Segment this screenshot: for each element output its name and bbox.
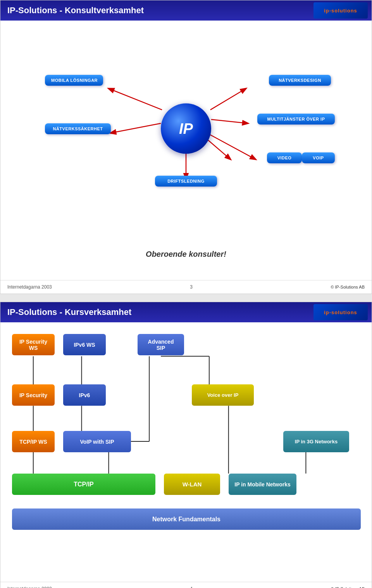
pill-natverks: Nätverksdesign xyxy=(269,75,331,86)
svg-line-1 xyxy=(110,123,161,133)
slide1-logo-text: ip-solutions xyxy=(324,8,357,14)
slide1-footer-center: 3 xyxy=(190,284,193,290)
ip-label: IP xyxy=(179,120,193,137)
svg-line-5 xyxy=(203,131,256,159)
slide1-footer: Internetdagarna 2003 3 © IP-Solutions AB xyxy=(0,280,372,294)
slide2-header: IP-Solutions - Kursverksamhet ip-solutio… xyxy=(0,302,372,322)
box-tcp-ip: TCP/IP xyxy=(12,474,155,495)
svg-line-0 xyxy=(108,88,162,110)
slide1-logo: ip-solutions xyxy=(313,2,368,19)
slide1-footer-left: Internetdagarna 2003 xyxy=(7,284,52,290)
course-diagram: IP Security WS IPv6 WS Advanced SIP IP S… xyxy=(0,322,372,578)
slide2-title: IP-Solutions - Kursverksamhet xyxy=(7,307,131,317)
slide1-tagline: Oberoende konsulter! xyxy=(0,250,372,259)
slide2-logo: ip-solutions xyxy=(313,304,368,320)
slide-gap xyxy=(0,294,372,302)
svg-line-3 xyxy=(211,119,248,123)
box-tcp-ip-ws: TCP/IP WS xyxy=(12,431,55,452)
box-voip-with-sip: VoIP with SIP xyxy=(63,431,131,452)
slide-2: IP-Solutions - Kursverksamhet ip-solutio… xyxy=(0,302,372,588)
slide1-title: IP-Solutions - Konsultverksamhet xyxy=(7,5,144,16)
second-row: IP Security IPv6 Voice over IP xyxy=(12,384,254,406)
pill-multi: Multitjänster över IP xyxy=(257,114,335,125)
box-ip-in-3g: IP in 3G Networks xyxy=(283,431,349,452)
box-advanced-sip: Advanced SIP xyxy=(138,334,184,355)
third-row: TCP/IP WS VoIP with SIP IP in 3G Network… xyxy=(12,431,131,452)
pill-natverk: Nätverkssäkerhet xyxy=(45,123,111,134)
pill-drift: Driftsledning xyxy=(155,176,217,187)
slide1-footer-right: © IP-Solutions AB xyxy=(331,285,365,289)
box-voice-over-ip: Voice over IP xyxy=(192,384,254,406)
box-ip-security-ws: IP Security WS xyxy=(12,334,55,355)
pill-video: Video xyxy=(267,152,302,163)
box-network-fundamentals: Network Fundamentals xyxy=(12,508,361,530)
slide-1: IP-Solutions - Konsultverksamhet ip-solu… xyxy=(0,0,372,294)
slide1-header: IP-Solutions - Konsultverksamhet ip-solu… xyxy=(0,0,372,21)
bottom-row2: Network Fundamentals xyxy=(12,508,361,530)
pill-mobila: Mobila lösningar xyxy=(45,75,103,86)
slide2-footer-center: 4 xyxy=(190,586,193,588)
box-ip-in-mobile: IP in Mobile Networks xyxy=(229,474,296,495)
slide2-footer: Internetdagarna 2003 4 © IP-Solutions AB xyxy=(0,582,372,588)
bottom-row1: TCP/IP W-LAN IP in Mobile Networks xyxy=(12,474,296,495)
svg-line-2 xyxy=(210,88,246,110)
box-w-lan: W-LAN xyxy=(164,474,220,495)
slide1-diagram: IP Mobila lösningar Nätverkssäkerhet Nät… xyxy=(0,21,372,242)
slide2-footer-left: Internetdagarna 2003 xyxy=(7,586,52,588)
slide2-footer-right: © IP-Solutions AB xyxy=(331,586,365,588)
top-row: IP Security WS IPv6 WS Advanced SIP xyxy=(12,334,184,355)
box-ip-security: IP Security xyxy=(12,384,55,406)
ip-center-circle: IP xyxy=(161,104,211,154)
slide2-logo-text: ip-solutions xyxy=(324,310,357,315)
pill-voip: VoIP xyxy=(302,152,335,163)
box-ipv6-ws: IPv6 WS xyxy=(63,334,106,355)
box-ipv6: IPv6 xyxy=(63,384,106,406)
